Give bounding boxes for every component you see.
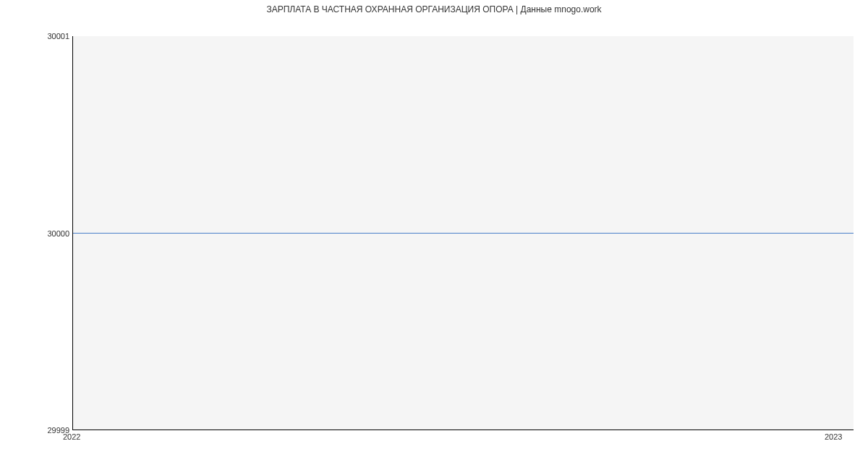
x-tick-right: 2023 xyxy=(825,432,842,441)
x-tick-left: 2022 xyxy=(63,432,80,441)
chart-title: ЗАРПЛАТА В ЧАСТНАЯ ОХРАННАЯ ОРГАНИЗАЦИЯ … xyxy=(0,4,868,14)
plot-area xyxy=(72,36,854,430)
y-tick-top: 30001 xyxy=(26,32,69,40)
y-tick-mid: 30000 xyxy=(26,229,69,238)
data-line xyxy=(73,233,854,234)
